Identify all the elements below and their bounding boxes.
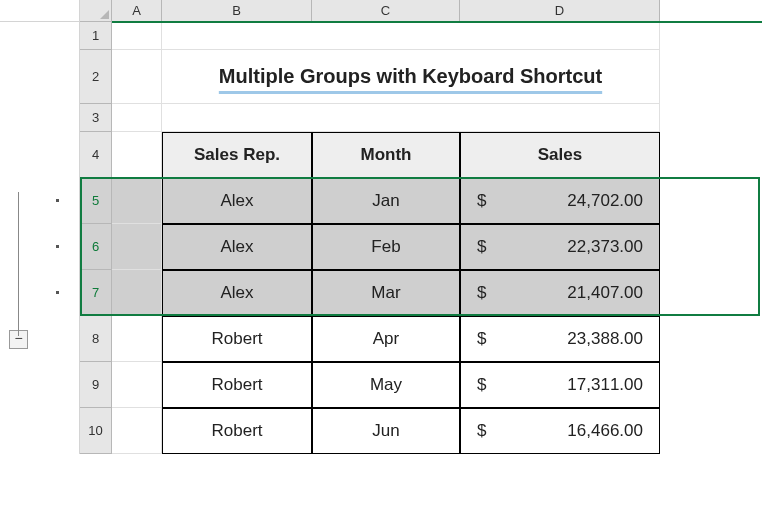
cell-rep-5[interactable]: Alex [162,178,312,224]
cell-A7[interactable] [112,270,162,316]
cell-month-7[interactable]: Mar [312,270,460,316]
col-head-D[interactable]: D [460,0,660,22]
row-head-3[interactable]: 3 [80,104,112,132]
select-all-corner[interactable] [80,0,112,22]
outline-gutter [0,104,80,132]
cell-rep-10[interactable]: Robert [162,408,312,454]
rows-area: 1 2 Multiple Groups with Keyboard Shortc… [0,22,660,454]
cell-A10[interactable] [112,408,162,454]
cell-sales-8[interactable]: $ 23,388.00 [460,316,660,362]
currency-symbol: $ [477,191,486,211]
currency-symbol: $ [477,375,486,395]
row-head-9[interactable]: 9 [80,362,112,408]
cell-A8[interactable] [112,316,162,362]
outline-gutter [0,132,80,178]
row-3: 3 [0,104,660,132]
outline-gutter [0,408,80,454]
outline-gutter [0,270,80,316]
row-head-6[interactable]: 6 [80,224,112,270]
cell-A4[interactable] [112,132,162,178]
cell-month-6[interactable]: Feb [312,224,460,270]
row-head-4[interactable]: 4 [80,132,112,178]
cell-sales-7[interactable]: $ 21,407.00 [460,270,660,316]
outline-dot-icon [56,291,59,294]
cell-A9[interactable] [112,362,162,408]
row-4: 4 Sales Rep. Month Sales [0,132,660,178]
row-9: 9 Robert May $ 17,311.00 [0,362,660,408]
outline-gutter: − [0,316,80,362]
row-8: − 8 Robert Apr $ 23,388.00 [0,316,660,362]
row-10: 10 Robert Jun $ 16,466.00 [0,408,660,454]
row-5: 5 Alex Jan $ 24,702.00 [0,178,660,224]
col-head-C[interactable]: C [312,0,460,22]
column-headers: A B C D [0,0,660,22]
sales-value: 16,466.00 [486,421,643,441]
cell-sales-6[interactable]: $ 22,373.00 [460,224,660,270]
row-1: 1 [0,22,660,50]
cell-month-5[interactable]: Jan [312,178,460,224]
row-head-10[interactable]: 10 [80,408,112,454]
sales-value: 17,311.00 [486,375,643,395]
currency-symbol: $ [477,237,486,257]
th-sales[interactable]: Sales [460,132,660,178]
currency-symbol: $ [477,421,486,441]
cell-sales-9[interactable]: $ 17,311.00 [460,362,660,408]
cell-rep-8[interactable]: Robert [162,316,312,362]
row-2: 2 Multiple Groups with Keyboard Shortcut [0,50,660,104]
outline-dot-icon [56,199,59,202]
outline-dot-icon [56,245,59,248]
cell-A5[interactable] [112,178,162,224]
cell-A3[interactable] [112,104,162,132]
sales-value: 21,407.00 [486,283,643,303]
outline-gutter [0,22,80,50]
cell-A1[interactable] [112,22,162,50]
outline-gutter [0,178,80,224]
row-head-5[interactable]: 5 [80,178,112,224]
row-head-2[interactable]: 2 [80,50,112,104]
page-title[interactable]: Multiple Groups with Keyboard Shortcut [162,50,660,104]
outline-gutter [0,362,80,408]
col-head-A[interactable]: A [112,0,162,22]
sales-value: 22,373.00 [486,237,643,257]
outline-gutter-header [0,0,80,22]
cell-A6[interactable] [112,224,162,270]
cell-rep-6[interactable]: Alex [162,224,312,270]
cell-rep-9[interactable]: Robert [162,362,312,408]
row-6: 6 Alex Feb $ 22,373.00 [0,224,660,270]
cell-sales-5[interactable]: $ 24,702.00 [460,178,660,224]
cell-A2[interactable] [112,50,162,104]
outline-gutter [0,224,80,270]
row-head-8[interactable]: 8 [80,316,112,362]
currency-symbol: $ [477,283,486,303]
sales-value: 24,702.00 [486,191,643,211]
currency-symbol: $ [477,329,486,349]
row-head-7[interactable]: 7 [80,270,112,316]
th-month[interactable]: Month [312,132,460,178]
cell-B3-D3[interactable] [162,104,660,132]
row-7: 7 Alex Mar $ 21,407.00 [0,270,660,316]
cell-month-8[interactable]: Apr [312,316,460,362]
th-sales-rep[interactable]: Sales Rep. [162,132,312,178]
row-head-1[interactable]: 1 [80,22,112,50]
cell-B1-D1[interactable] [162,22,660,50]
outline-gutter [0,50,80,104]
col-head-B[interactable]: B [162,0,312,22]
cell-month-10[interactable]: Jun [312,408,460,454]
cell-rep-7[interactable]: Alex [162,270,312,316]
cell-month-9[interactable]: May [312,362,460,408]
cell-sales-10[interactable]: $ 16,466.00 [460,408,660,454]
sales-value: 23,388.00 [486,329,643,349]
outline-bracket-line [18,192,19,336]
